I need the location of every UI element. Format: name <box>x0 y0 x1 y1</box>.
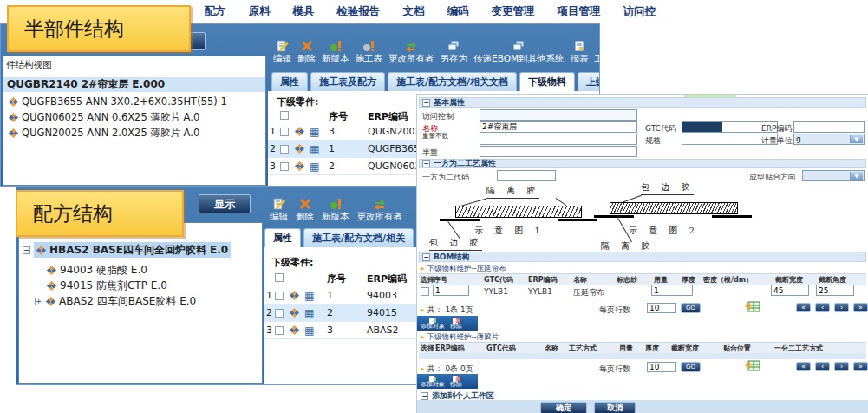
menu-item-mold[interactable]: 模具 <box>293 4 315 19</box>
prev-page-button[interactable]: ‹ <box>815 303 830 312</box>
cell-seq: 3 <box>327 324 333 336</box>
collapse-icon[interactable]: − <box>421 392 428 400</box>
edit-button[interactable]: 编辑 <box>270 198 288 223</box>
gtc-input-selected[interactable] <box>682 121 723 133</box>
collapse-icon[interactable]: − <box>23 246 30 254</box>
table-row[interactable]: 2 ▦ 2 94015 <box>264 305 425 322</box>
select-all-checkbox[interactable] <box>280 111 289 120</box>
go-button[interactable]: GO <box>681 362 701 372</box>
tab-worksheet-formula[interactable]: 施工表及配方 <box>310 72 385 91</box>
remove-button[interactable]: 移除 <box>450 318 462 330</box>
workflow-history-button[interactable]: 工作流历史 <box>594 40 600 65</box>
grid-icon[interactable]: ▦ <box>310 127 319 137</box>
collapse-icon[interactable]: − <box>422 253 430 261</box>
grid-icon[interactable]: ▦ <box>304 291 314 301</box>
cut-width-input[interactable] <box>771 285 809 296</box>
last-page-button[interactable]: » <box>853 303 868 312</box>
tab-properties[interactable]: 属性 <box>271 72 308 91</box>
menu-item-change-mgmt[interactable]: 变更管理 <box>492 4 535 19</box>
first-page-button[interactable]: « <box>796 303 811 312</box>
erp-input[interactable] <box>793 121 865 133</box>
row-checkbox[interactable] <box>275 309 284 318</box>
th-seq: 序号 <box>434 275 447 285</box>
last-page-button[interactable]: » <box>853 362 868 371</box>
menu-item-material[interactable]: 原料 <box>249 4 271 19</box>
qty-input[interactable] <box>651 285 693 296</box>
unit-select[interactable]: g ▼ <box>793 134 865 145</box>
add-object-button[interactable]: 添加对象 <box>421 318 445 330</box>
tree-node[interactable]: + ABAS2 四车间BASE胶料 E.0 <box>35 294 196 309</box>
new-version-button[interactable]: 新版本 <box>322 198 349 223</box>
menu-item-coding[interactable]: 编码 <box>447 4 469 19</box>
worksheet-button[interactable]: 施工表 <box>356 40 383 65</box>
row-checkbox[interactable] <box>421 287 429 296</box>
edit-button[interactable]: 编辑 <box>273 40 291 65</box>
weight-input[interactable] <box>480 134 637 145</box>
menu-item-project-mgmt[interactable]: 项目管理 <box>558 4 601 19</box>
cut-angle-input[interactable] <box>816 285 854 296</box>
ok-button[interactable]: 确定 <box>540 402 587 413</box>
tree-node[interactable]: QUGN06025 ANN 0.6X25 薄胶片 A.0 <box>9 111 199 124</box>
new-version-button[interactable]: 新版本 <box>322 40 349 65</box>
transfer-ebom-button[interactable]: 传递EBOM到其他系统 <box>473 40 564 65</box>
next-page-button[interactable]: › <box>834 362 849 371</box>
table-row[interactable]: 1 ▦ 1 94003 <box>264 287 425 305</box>
row-checkbox[interactable] <box>275 292 284 300</box>
row-checkbox[interactable] <box>280 145 289 154</box>
cancel-button[interactable]: 取消 <box>594 402 636 413</box>
row-checkbox[interactable] <box>280 128 289 136</box>
tab-related-docs[interactable]: 施工表/配方文档/相关 <box>303 228 414 247</box>
th-erp: ERP编码 <box>435 344 465 353</box>
table-row[interactable]: 3 ▦ 3 ABAS2 <box>264 322 425 339</box>
export-excel-icon[interactable] <box>745 301 760 312</box>
show-button[interactable]: 显示 <box>199 194 251 213</box>
tree-root-node[interactable]: QUGBR2140 2#帘束层 E.000 <box>3 77 266 92</box>
collapse-icon[interactable]: − <box>422 160 430 167</box>
chevron-down-icon[interactable]: ▼ <box>850 172 863 180</box>
seq-input[interactable] <box>433 285 469 296</box>
tab-properties[interactable]: 属性 <box>264 228 301 247</box>
page-size-input[interactable] <box>647 362 676 372</box>
tree-node[interactable]: QUGN20025 ANN 2.0X25 薄胶片 A.0 <box>9 127 199 140</box>
select-all-checkbox[interactable] <box>275 273 284 282</box>
tab-child-materials[interactable]: 下级物料 <box>519 72 575 91</box>
menu-item-document[interactable]: 文档 <box>403 4 425 19</box>
access-input[interactable] <box>480 109 637 121</box>
menu-item-inspection[interactable]: 检验报告 <box>337 4 381 19</box>
meter-weight-input[interactable] <box>480 146 637 157</box>
code2-input[interactable] <box>497 170 556 181</box>
grid-icon[interactable]: ▦ <box>310 161 319 172</box>
change-owner-button[interactable]: 更改所有者 <box>388 40 434 65</box>
prev-page-button[interactable]: ‹ <box>815 362 830 371</box>
delete-button[interactable]: 删除 <box>296 198 314 223</box>
tab-related-docs[interactable]: 施工表/配方文档/相关文档 <box>388 72 517 91</box>
name-input[interactable] <box>480 121 637 133</box>
expand-icon[interactable]: + <box>35 298 42 305</box>
page-size-input[interactable] <box>647 303 676 313</box>
tree-node[interactable]: 94003 硬脂酸 E.0 <box>47 263 147 278</box>
tree-node[interactable]: 94015 防焦剂CTP E.0 <box>47 279 167 293</box>
delete-button[interactable]: 删除 <box>297 40 316 65</box>
remove-button[interactable]: 移除 <box>450 376 462 388</box>
save-as-button[interactable]: 另存为 <box>441 40 468 65</box>
menu-item-formula[interactable]: 配方 <box>205 4 226 19</box>
tab-parent-materials[interactable]: 上级物料 <box>578 72 600 91</box>
tree-root-node[interactable]: − HBAS2 BASE四车间全回炉胶料 E.0 <box>19 242 263 258</box>
grid-icon[interactable]: ▦ <box>304 308 314 318</box>
row-checkbox[interactable] <box>280 162 289 171</box>
report-button[interactable]: 报表 <box>570 40 588 65</box>
tree-node[interactable]: QUGFB3655 ANN 3X0.2+6X0.35HT(55) 1 <box>9 95 227 108</box>
change-owner-button[interactable]: 更改所有者 <box>357 198 403 223</box>
collapse-icon[interactable]: − <box>422 99 430 107</box>
first-page-button[interactable]: « <box>796 362 811 371</box>
attach-dir-select[interactable]: ▼ <box>802 170 865 181</box>
row-checkbox[interactable] <box>275 326 284 335</box>
next-page-button[interactable]: › <box>834 303 849 312</box>
go-button[interactable]: GO <box>681 303 701 313</box>
grid-icon[interactable]: ▦ <box>310 144 319 154</box>
export-excel-icon[interactable] <box>745 360 760 371</box>
menu-item-access-control[interactable]: 访问控 <box>623 4 656 19</box>
grid-icon[interactable]: ▦ <box>304 325 314 336</box>
add-object-button[interactable]: 添加对象 <box>421 376 445 388</box>
chevron-down-icon[interactable]: ▼ <box>850 135 863 143</box>
